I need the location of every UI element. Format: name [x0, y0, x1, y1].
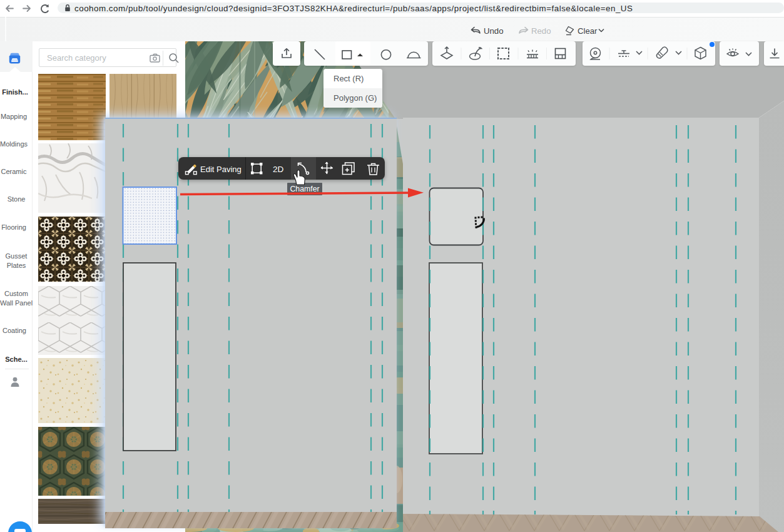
svg-text:2D: 2D: [273, 164, 284, 173]
svg-text:Redo: Redo: [531, 26, 551, 36]
svg-text:Undo: Undo: [484, 26, 504, 36]
svg-text:Clear: Clear: [578, 26, 598, 36]
svg-text:Edit Paving: Edit Paving: [200, 164, 242, 173]
